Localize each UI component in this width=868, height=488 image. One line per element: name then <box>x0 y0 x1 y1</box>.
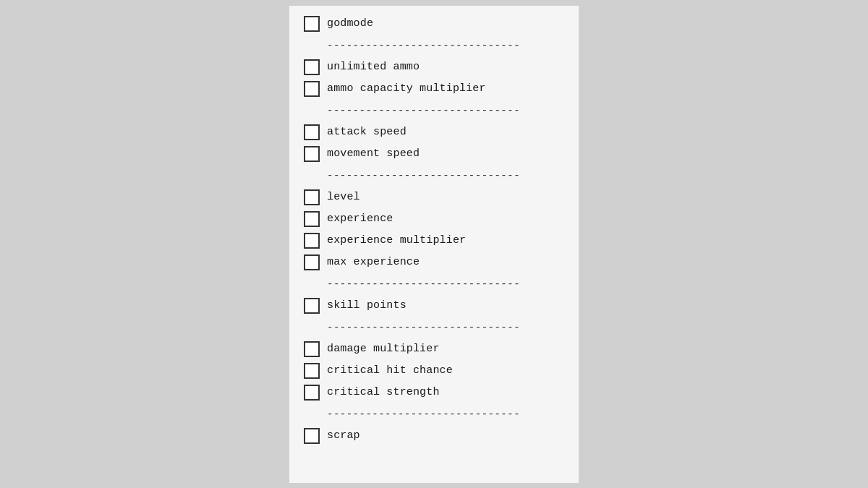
separator-line: ------------------------------ <box>327 40 520 51</box>
cheat-label: movement speed <box>327 147 420 160</box>
cheat-label: damage multiplier <box>327 343 440 355</box>
cheat-checkbox[interactable] <box>304 363 320 379</box>
cheat-item: unlimited ammo <box>304 56 564 78</box>
cheat-checkbox[interactable] <box>304 298 320 314</box>
cheat-checkbox[interactable] <box>304 16 320 32</box>
cheat-item: scrap <box>304 425 564 447</box>
separator-row: ------------------------------ <box>304 317 564 338</box>
separator-line: ------------------------------ <box>327 408 520 420</box>
cheat-checkbox[interactable] <box>304 146 320 162</box>
cheat-checkbox[interactable] <box>304 385 320 401</box>
separator-row: ------------------------------ <box>304 403 564 425</box>
cheat-item: critical strength <box>304 382 564 403</box>
cheat-item: movement speed <box>304 143 564 165</box>
cheat-item: ammo capacity multiplier <box>304 78 564 100</box>
cheat-item: experience <box>304 208 564 230</box>
cheat-item: godmode <box>304 13 564 35</box>
cheat-label: godmode <box>327 17 373 30</box>
cheat-item: skill points <box>304 295 564 317</box>
cheat-label: experience <box>327 213 393 225</box>
separator-line: ------------------------------ <box>327 322 520 333</box>
separator-placeholder <box>304 103 320 119</box>
separator-row: ------------------------------ <box>304 35 564 56</box>
separator-line: ------------------------------ <box>327 170 520 181</box>
cheat-checkbox[interactable] <box>304 211 320 227</box>
cheat-item: experience multiplier <box>304 230 564 252</box>
cheat-label: skill points <box>327 299 407 312</box>
cheats-panel: godmode------------------------------unl… <box>289 6 579 483</box>
cheat-label: max experience <box>327 256 420 268</box>
separator-placeholder <box>304 320 320 335</box>
cheat-label: ammo capacity multiplier <box>327 82 486 95</box>
separator-placeholder <box>304 168 320 184</box>
cheat-item: damage multiplier <box>304 338 564 360</box>
cheat-label: level <box>327 191 360 203</box>
cheat-label: critical strength <box>327 386 440 398</box>
cheat-label: critical hit chance <box>327 364 453 377</box>
cheat-checkbox[interactable] <box>304 233 320 249</box>
separator-placeholder <box>304 38 320 53</box>
separator-placeholder <box>304 406 320 422</box>
cheat-item: max experience <box>304 252 564 273</box>
cheat-checkbox[interactable] <box>304 189 320 205</box>
cheat-item: critical hit chance <box>304 360 564 382</box>
cheat-checkbox[interactable] <box>304 81 320 97</box>
cheat-checkbox[interactable] <box>304 59 320 75</box>
cheat-checkbox[interactable] <box>304 124 320 140</box>
cheat-item: level <box>304 187 564 208</box>
separator-line: ------------------------------ <box>327 105 520 116</box>
separator-line: ------------------------------ <box>327 278 520 290</box>
cheat-label: unlimited ammo <box>327 61 420 73</box>
separator-placeholder <box>304 276 320 292</box>
cheat-checkbox[interactable] <box>304 341 320 357</box>
separator-row: ------------------------------ <box>304 100 564 121</box>
separator-row: ------------------------------ <box>304 273 564 295</box>
cheat-checkbox[interactable] <box>304 428 320 444</box>
cheat-item: attack speed <box>304 121 564 143</box>
separator-row: ------------------------------ <box>304 165 564 187</box>
cheat-checkbox[interactable] <box>304 254 320 270</box>
cheat-label: scrap <box>327 429 360 442</box>
cheat-label: attack speed <box>327 126 407 138</box>
cheat-label: experience multiplier <box>327 234 466 247</box>
